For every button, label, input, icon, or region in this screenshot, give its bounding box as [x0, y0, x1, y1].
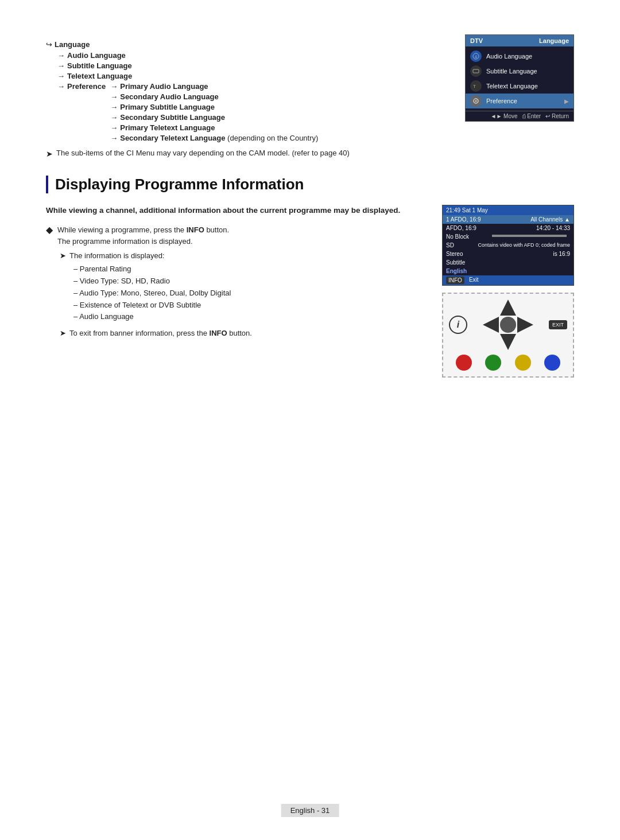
note2-text: The information is displayed: — [69, 251, 164, 260]
arrow-s-audio: → — [110, 92, 118, 101]
section-title: Displaying Programme Information — [55, 176, 574, 193]
svg-point-5 — [475, 100, 477, 102]
remote-btn-green[interactable] — [485, 355, 501, 371]
dtv-header-right: Language — [539, 37, 569, 44]
arrow-subtitle: → — [57, 61, 65, 70]
tv-row1-left: 1 AFDO, 16:9 — [446, 216, 481, 223]
remote-top: i — [449, 300, 567, 350]
list-items: Parental Rating Video Type: SD, HD, Radi… — [73, 263, 425, 323]
footer-label: English - 31 — [290, 806, 330, 815]
tv-info-row4: SD Contains video with AFD 0; coded fram… — [443, 241, 574, 250]
dtv-footer-enter: ⎙ Enter — [522, 113, 541, 119]
tv-footer-exit: Exit — [469, 277, 479, 284]
tree-children: → Audio Language → Subtitle Language → T… — [57, 51, 442, 144]
svg-text:T: T — [473, 84, 476, 89]
label-s-teletext: Secondary Teletext Language (depending o… — [120, 134, 318, 142]
tree-root: ↪ Language — [46, 40, 442, 49]
remote-btn-yellow[interactable] — [515, 355, 531, 371]
tv-footer-info: INFO — [446, 277, 464, 284]
tv-header-time: 21:49 Sat 1 May — [446, 207, 488, 213]
page-footer: English - 31 — [281, 804, 339, 817]
label-p-teletext: Primary Teletext Language — [120, 123, 215, 132]
list-item-4: Audio Language — [73, 311, 425, 323]
sub-note2: ➤ To exit from banner information, press… — [60, 329, 425, 337]
info-circle-btn[interactable]: i — [449, 316, 467, 334]
preference-children: → Primary Audio Language → Secondary Aud… — [110, 82, 318, 144]
dtv-menu-row-audio: ♫ Audio Language — [466, 49, 574, 64]
arrow-p-audio: → — [110, 82, 118, 91]
dtv-icon-teletext: T — [470, 80, 482, 92]
dtv-text-preference: Preference — [486, 98, 560, 104]
remote-circles — [449, 355, 567, 371]
note-line: ➤ The sub-items of the CI Menu may vary … — [46, 149, 442, 158]
nav-center-btn[interactable] — [500, 317, 516, 333]
tv-info-footer: INFO Exit — [443, 275, 574, 285]
nav-right-arrow[interactable] — [517, 317, 533, 333]
bullet-subtext: The programme information is displayed. — [57, 237, 193, 246]
tree-item-preference: → Preference — [57, 82, 108, 91]
dtv-icon-subtitle — [470, 65, 482, 77]
tree-item-audio: → Audio Language — [57, 51, 442, 60]
arrow-s-teletext: → — [110, 134, 118, 142]
arrow-preference: → — [57, 82, 65, 91]
info-icon-text: i — [457, 320, 459, 330]
dtv-menu-row-teletext: T Teletext Language — [466, 79, 574, 94]
language-tree: ↪ Language → Audio Language → Subtitle L… — [46, 34, 442, 158]
remote-btn-blue[interactable] — [544, 355, 560, 371]
exit-button[interactable]: EXIT — [549, 320, 567, 329]
label-preference: Preference — [67, 82, 106, 91]
label-subtitle: Subtitle Language — [67, 61, 132, 70]
remote-nav — [483, 300, 533, 350]
tv-row7: English — [446, 268, 467, 274]
tv-info-header: 21:49 Sat 1 May — [443, 205, 574, 215]
dtv-menu-row-subtitle: Subtitle Language — [466, 64, 574, 79]
bullet-text1: While viewing a programme, press the — [57, 225, 187, 234]
preference-row: → Preference → Primary Audio Language → … — [57, 82, 442, 144]
intro-bold: While viewing a channel, additional info… — [46, 205, 425, 216]
list-item-3: Existence of Teletext or DVB Subtitle — [73, 300, 425, 312]
dtv-header-left: DTV — [470, 37, 483, 44]
tv-row4-left: SD — [446, 242, 454, 248]
bullet-bold: INFO — [187, 225, 204, 234]
section-divider: Displaying Programme Information — [46, 176, 574, 193]
tv-row2-left: AFDO, 16:9 — [446, 225, 476, 231]
nav-left-arrow[interactable] — [483, 317, 499, 333]
tv-row4-right: Contains video with AFD 0; coded frame — [478, 242, 570, 248]
tv-info-row1: 1 AFDO, 16:9 All Channels ▲ — [443, 215, 574, 224]
list-item-2: Audio Type: Mono, Stereo, Dual, Dolby Di… — [73, 287, 425, 300]
tv-row6: Subtitle — [446, 259, 465, 266]
arrow-s-subtitle: → — [110, 113, 118, 122]
dtv-menu-header: DTV Language — [466, 35, 574, 46]
page-content: ↪ Language → Audio Language → Subtitle L… — [0, 0, 620, 423]
remote-btn-red[interactable] — [456, 355, 472, 371]
dtv-menu-footer: ◄► Move ⎙ Enter ↩ Return — [466, 111, 574, 121]
root-label: Language — [55, 40, 90, 49]
dtv-text-audio: Audio Language — [486, 53, 569, 60]
pref-item-primary-audio: → Primary Audio Language — [110, 82, 318, 91]
dtv-footer-move: ◄► Move — [490, 113, 517, 119]
dtv-menu-body: ♫ Audio Language Subtitle Language T Tel… — [466, 46, 574, 111]
tv-info-row6: Subtitle — [443, 258, 574, 267]
right-panel: 21:49 Sat 1 May 1 AFDO, 16:9 All Channel… — [442, 205, 574, 378]
note2-arrow-icon: ➤ — [60, 251, 66, 260]
tv-row3: No Block — [446, 234, 469, 240]
bullet-item: ◆ While viewing a programme, press the I… — [46, 224, 425, 247]
bullet-diamond-icon: ◆ — [46, 224, 53, 235]
tv-row5-right: is 16:9 — [553, 251, 570, 257]
label-p-audio: Primary Audio Language — [120, 82, 208, 91]
arrow-audio: → — [57, 51, 65, 60]
tv-info-row5: Stereo is 16:9 — [443, 250, 574, 258]
label-s-audio: Secondary Audio Language — [120, 92, 218, 101]
nav-down-arrow[interactable] — [500, 334, 516, 350]
svg-rect-2 — [473, 69, 479, 73]
dtv-icon-audio: ♫ — [470, 50, 482, 62]
pref-item-primary-teletext: → Primary Teletext Language — [110, 123, 318, 132]
label-audio: Audio Language — [67, 51, 126, 60]
pref-item-secondary-teletext: → Secondary Teletext Language (depending… — [110, 134, 318, 142]
nav-up-arrow[interactable] — [500, 300, 516, 316]
root-arrow: ↪ — [46, 40, 52, 49]
tv-info-row7: English — [443, 267, 574, 275]
note-arrow-icon: ➤ — [46, 149, 53, 158]
dtv-menu-row-preference: Preference ▶ — [466, 94, 574, 108]
nav-row-mid — [483, 317, 533, 333]
